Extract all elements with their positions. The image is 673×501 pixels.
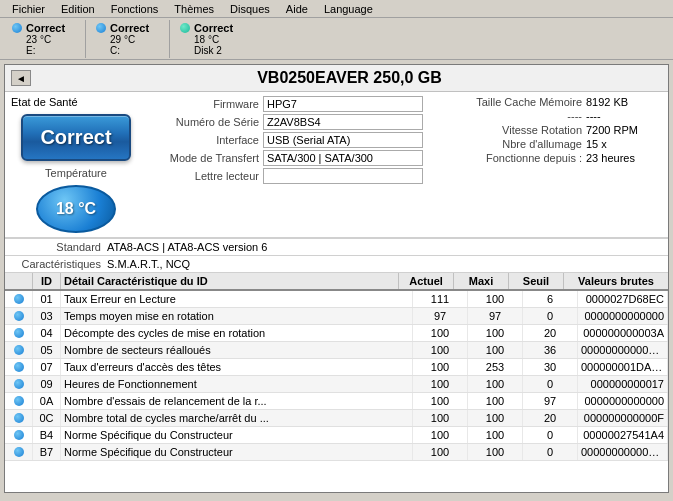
serie-label: Numéro de Série bbox=[149, 116, 259, 128]
table-section: ID Détail Caractéristique du ID Actuel M… bbox=[5, 273, 668, 492]
temp-bubble: 18 °C bbox=[36, 185, 116, 233]
row-brutes: 00000000000000 bbox=[578, 444, 668, 460]
interface-row: Interface USB (Serial ATA) bbox=[149, 132, 454, 148]
menu-edition[interactable]: Edition bbox=[53, 2, 103, 16]
row-maxi: 100 bbox=[468, 427, 523, 443]
table-row[interactable]: 0C Nombre total de cycles marche/arrêt d… bbox=[5, 410, 668, 427]
row-dot bbox=[5, 325, 33, 341]
temperature-label: Température bbox=[45, 167, 107, 179]
correct-button[interactable]: Correct bbox=[21, 114, 131, 161]
dot-icon-2 bbox=[96, 23, 106, 33]
allumage-value: 15 x bbox=[586, 138, 607, 150]
lettre-label: Lettre lecteur bbox=[149, 170, 259, 182]
row-dot bbox=[5, 410, 33, 426]
firmware-row: Firmware HPG7 bbox=[149, 96, 454, 112]
row-maxi: 100 bbox=[468, 342, 523, 358]
status-dot-icon bbox=[14, 311, 24, 321]
row-maxi: 97 bbox=[468, 308, 523, 324]
info-left: Etat de Santé Correct Température 18 °C bbox=[11, 96, 141, 233]
info-right: Taille Cache Mémoire 8192 KB ---- ---- V… bbox=[462, 96, 662, 233]
caract-label: Caractéristiques bbox=[11, 258, 101, 270]
menubar: Fichier Edition Fonctions Thèmes Disques… bbox=[0, 0, 673, 18]
row-actuel: 100 bbox=[413, 325, 468, 341]
interface-value[interactable]: USB (Serial ATA) bbox=[263, 132, 423, 148]
row-maxi: 253 bbox=[468, 359, 523, 375]
table-row[interactable]: 07 Taux d'erreurs d'accès des têtes 100 … bbox=[5, 359, 668, 376]
vitesse-value: 7200 RPM bbox=[586, 124, 638, 136]
row-brutes: 0000000000000 bbox=[578, 393, 668, 409]
menu-disques[interactable]: Disques bbox=[222, 2, 278, 16]
standard-label: Standard bbox=[11, 241, 101, 253]
row-brutes: 00000000000000 bbox=[578, 342, 668, 358]
row-id: 03 bbox=[33, 308, 61, 324]
standards-row: Standard ATA8-ACS | ATA8-ACS version 6 bbox=[5, 238, 668, 256]
serie-value[interactable]: Z2AV8BS4 bbox=[263, 114, 423, 130]
interface-label: Interface bbox=[149, 134, 259, 146]
vitesse-row: Vitesse Rotation 7200 RPM bbox=[462, 124, 662, 136]
status-dot-icon bbox=[14, 413, 24, 423]
table-body[interactable]: 01 Taux Erreur en Lecture 111 100 6 0000… bbox=[5, 291, 668, 492]
menu-aide[interactable]: Aide bbox=[278, 2, 316, 16]
info-center: Firmware HPG7 Numéro de Série Z2AV8BS4 I… bbox=[149, 96, 454, 233]
menu-fichier[interactable]: Fichier bbox=[4, 2, 53, 16]
lettre-row: Lettre lecteur bbox=[149, 168, 454, 184]
row-actuel: 100 bbox=[413, 359, 468, 375]
th-seuil: Seuil bbox=[509, 273, 564, 289]
fonctionne-value: 23 heures bbox=[586, 152, 635, 164]
badge-drive-1: E: bbox=[26, 45, 35, 56]
table-row[interactable]: 01 Taux Erreur en Lecture 111 100 6 0000… bbox=[5, 291, 668, 308]
table-row[interactable]: B4 Norme Spécifique du Constructeur 100 … bbox=[5, 427, 668, 444]
menu-language[interactable]: Language bbox=[316, 2, 381, 16]
info-section: Etat de Santé Correct Température 18 °C … bbox=[5, 92, 668, 238]
th-brutes: Valeurs brutes bbox=[564, 273, 668, 289]
row-dot bbox=[5, 376, 33, 392]
table-row[interactable]: 05 Nombre de secteurs réalloués 100 100 … bbox=[5, 342, 668, 359]
th-actuel: Actuel bbox=[399, 273, 454, 289]
row-detail: Norme Spécifique du Constructeur bbox=[61, 444, 413, 460]
table-row[interactable]: 04 Décompte des cycles de mise en rotati… bbox=[5, 325, 668, 342]
th-dot bbox=[5, 273, 33, 289]
table-row[interactable]: B7 Norme Spécifique du Constructeur 100 … bbox=[5, 444, 668, 461]
row-dot bbox=[5, 308, 33, 324]
row-maxi: 100 bbox=[468, 410, 523, 426]
taille-cache-label: Taille Cache Mémoire bbox=[462, 96, 582, 108]
badge-label-2: Correct bbox=[110, 22, 149, 34]
row-maxi: 100 bbox=[468, 393, 523, 409]
row-dot bbox=[5, 444, 33, 460]
main-window: ◄ VB0250EAVER 250,0 GB Etat de Santé Cor… bbox=[4, 64, 669, 493]
badge-temp-3: 18 °C bbox=[194, 34, 219, 45]
badge-label-3: Correct bbox=[194, 22, 233, 34]
table-row[interactable]: 03 Temps moyen mise en rotation 97 97 0 … bbox=[5, 308, 668, 325]
row-actuel: 100 bbox=[413, 393, 468, 409]
th-detail: Détail Caractéristique du ID bbox=[61, 273, 399, 289]
badge-drive-2: C: bbox=[110, 45, 120, 56]
row-detail: Nombre total de cycles marche/arrêt du .… bbox=[61, 410, 413, 426]
row-id: 05 bbox=[33, 342, 61, 358]
row-id: 0A bbox=[33, 393, 61, 409]
row-seuil: 97 bbox=[523, 393, 578, 409]
etat-label: Etat de Santé bbox=[11, 96, 78, 108]
status-dot-icon bbox=[14, 447, 24, 457]
status-dot-icon bbox=[14, 294, 24, 304]
taille-cache-value: 8192 KB bbox=[586, 96, 628, 108]
dash-label-1: ---- bbox=[462, 110, 582, 122]
lettre-value[interactable] bbox=[263, 168, 423, 184]
row-seuil: 20 bbox=[523, 410, 578, 426]
vitesse-label: Vitesse Rotation bbox=[462, 124, 582, 136]
row-id: B4 bbox=[33, 427, 61, 443]
row-actuel: 100 bbox=[413, 427, 468, 443]
menu-themes[interactable]: Thèmes bbox=[166, 2, 222, 16]
menu-fonctions[interactable]: Fonctions bbox=[103, 2, 167, 16]
page-title: VB0250EAVER 250,0 GB bbox=[37, 69, 662, 87]
row-seuil: 0 bbox=[523, 308, 578, 324]
back-button[interactable]: ◄ bbox=[11, 70, 31, 86]
allumage-row: Nbre d'allumage 15 x bbox=[462, 138, 662, 150]
row-id: 04 bbox=[33, 325, 61, 341]
firmware-value[interactable]: HPG7 bbox=[263, 96, 423, 112]
badge-drive-3: Disk 2 bbox=[194, 45, 222, 56]
table-row[interactable]: 09 Heures de Fonctionnement 100 100 0 00… bbox=[5, 376, 668, 393]
row-detail: Nombre de secteurs réalloués bbox=[61, 342, 413, 358]
mode-value[interactable]: SATA/300 | SATA/300 bbox=[263, 150, 423, 166]
row-actuel: 100 bbox=[413, 410, 468, 426]
table-row[interactable]: 0A Nombre d'essais de relancement de la … bbox=[5, 393, 668, 410]
